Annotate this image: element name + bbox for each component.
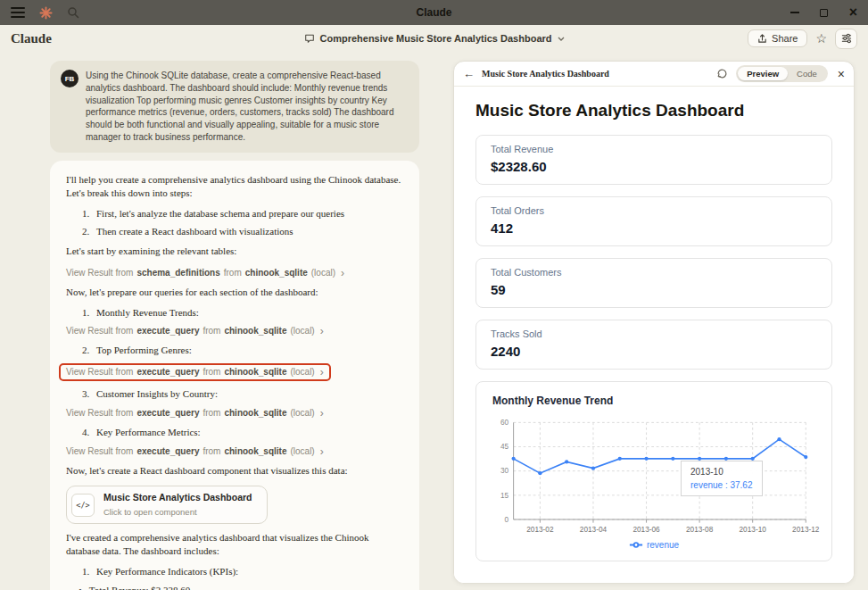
tool-result-link-highlighted[interactable]: View Result from execute_query from chin… — [59, 363, 331, 381]
user-message: FB Using the Chinook SQLite database, cr… — [50, 61, 419, 153]
minimize-icon — [790, 12, 799, 13]
summary-line: I've created a comprehensive analytics d… — [66, 531, 403, 559]
step-item: 2. Then create a React dashboard with vi… — [82, 225, 403, 239]
assistant-message: I'll help you create a comprehensive ana… — [50, 161, 419, 590]
step-item: 1. First, let's analyze the database sch… — [82, 207, 403, 221]
search-icon[interactable] — [67, 6, 79, 19]
legend-label: revenue — [647, 540, 679, 550]
svg-text:60: 60 — [500, 419, 509, 427]
tool-result-link[interactable]: View Result from execute_query from chin… — [66, 325, 324, 337]
share-button[interactable]: Share — [748, 29, 807, 47]
share-icon — [757, 34, 767, 44]
claude-wordmark: Claude — [11, 31, 52, 46]
kpi-section-heading: 1. Key Performance Indicators (KPIs): — [82, 565, 403, 579]
svg-text:2013-08: 2013-08 — [686, 526, 714, 534]
claude-logo-icon — [39, 6, 53, 20]
chart-area: 0153045602013-022013-042013-062013-08201… — [489, 416, 819, 537]
svg-text:45: 45 — [500, 443, 509, 451]
chat-bubble-icon — [304, 33, 315, 44]
refresh-icon[interactable] — [716, 68, 728, 79]
queries-line: Now, let's prepare our queries for each … — [66, 286, 403, 300]
app-header: Claude Comprehensive Music Store Analyti… — [0, 25, 868, 52]
artifact-title: Music Store Analytics Dashboard — [482, 69, 609, 79]
svg-text:15: 15 — [500, 492, 509, 500]
component-line: Now, let's create a React dashboard comp… — [66, 464, 403, 478]
chart-title: Monthly Revenue Trend — [492, 395, 819, 407]
share-label: Share — [772, 33, 798, 44]
chart-legend: revenue — [489, 540, 819, 550]
window-titlebar: Claude × — [0, 0, 868, 25]
tables-line: Let's start by examining the relevant ta… — [66, 245, 403, 259]
user-avatar: FB — [61, 70, 79, 87]
kpi-card-total-revenue: Total Revenue $2328.60 — [475, 135, 832, 185]
window-title: Claude — [0, 6, 868, 19]
chevron-right-icon: › — [320, 326, 324, 337]
kpi-card-total-orders: Total Orders 412 — [475, 196, 832, 246]
chevron-right-icon: › — [341, 268, 344, 278]
legend-line-icon — [629, 541, 643, 549]
artifact-panel: ← Music Store Analytics Dashboard Previe… — [453, 61, 855, 584]
svg-text:2013-06: 2013-06 — [632, 526, 660, 534]
close-window-button[interactable]: × — [839, 0, 868, 25]
assistant-intro: I'll help you create a comprehensive ana… — [66, 173, 403, 201]
svg-text:2013-12: 2013-12 — [792, 526, 820, 534]
kpi-bullet: Total Revenue: $2,328.60 — [79, 584, 403, 590]
maximize-button[interactable] — [809, 0, 839, 25]
chevron-down-icon — [558, 37, 565, 41]
hamburger-menu-icon[interactable] — [11, 7, 25, 18]
tab-code[interactable]: Code — [788, 67, 826, 80]
code-icon: </> — [71, 494, 95, 517]
chat-pane: FB Using the Chinook SQLite database, cr… — [50, 61, 419, 590]
artifact-header: ← Music Store Analytics Dashboard Previe… — [454, 62, 854, 87]
main-content: FB Using the Chinook SQLite database, cr… — [0, 52, 868, 590]
maximize-icon — [820, 9, 828, 17]
user-message-text: Using the Chinook SQLite database, creat… — [86, 70, 409, 144]
kpi-card-total-customers: Total Customers 59 — [475, 258, 832, 308]
conversation-title: Comprehensive Music Store Analytics Dash… — [320, 33, 552, 44]
chevron-right-icon: › — [320, 408, 324, 419]
svg-text:2013-04: 2013-04 — [580, 526, 608, 534]
dashboard-preview: Music Store Analytics Dashboard Total Re… — [454, 87, 854, 583]
settings-sliders-button[interactable] — [835, 29, 857, 49]
svg-text:2013-02: 2013-02 — [526, 526, 554, 534]
dashboard-title: Music Store Analytics Dashboard — [475, 101, 832, 120]
tool-result-link[interactable]: View Result from schema_definitions from… — [66, 267, 344, 279]
revenue-trend-chart-card: Monthly Revenue Trend 0153045602013-0220… — [475, 381, 832, 561]
tool-result-link[interactable]: View Result from execute_query from chin… — [66, 445, 324, 458]
preview-code-toggle: Preview Code — [736, 65, 828, 82]
tool-result-link[interactable]: View Result from execute_query from chin… — [66, 407, 324, 420]
component-card-subtitle: Click to open component — [103, 506, 252, 518]
svg-text:0: 0 — [504, 516, 508, 524]
close-artifact-icon[interactable]: × — [838, 68, 845, 80]
svg-text:30: 30 — [500, 467, 509, 475]
artifact-component-card[interactable]: </> Music Store Analytics Dashboard Clic… — [66, 486, 268, 523]
revenue-chart: 0153045602013-022013-042013-062013-08201… — [489, 416, 819, 537]
back-arrow-icon[interactable]: ← — [463, 68, 475, 79]
minimize-button[interactable] — [780, 0, 809, 25]
section-heading: 2. Top Performing Genres: — [82, 344, 403, 358]
close-icon: × — [849, 5, 857, 20]
sliders-icon — [841, 33, 852, 44]
section-heading: 4. Key Performance Metrics: — [82, 426, 403, 440]
chart-tooltip: 2013-10 revenue : 37.62 — [681, 461, 763, 496]
revenue-line-chart: 0153045602013-022013-042013-062013-08201… — [489, 416, 819, 537]
chevron-right-icon: › — [320, 446, 324, 457]
component-card-title: Music Store Analytics Dashboard — [103, 491, 252, 504]
star-icon[interactable]: ☆ — [815, 32, 827, 45]
section-heading: 1. Monthly Revenue Trends: — [82, 306, 403, 320]
section-heading: 3. Customer Insights by Country: — [82, 387, 403, 402]
chevron-right-icon: › — [320, 367, 324, 378]
svg-text:2013-10: 2013-10 — [740, 526, 767, 534]
conversation-title-menu[interactable]: Comprehensive Music Store Analytics Dash… — [304, 33, 565, 44]
kpi-card-tracks-sold: Tracks Sold 2240 — [475, 320, 832, 370]
tab-preview[interactable]: Preview — [738, 67, 788, 80]
